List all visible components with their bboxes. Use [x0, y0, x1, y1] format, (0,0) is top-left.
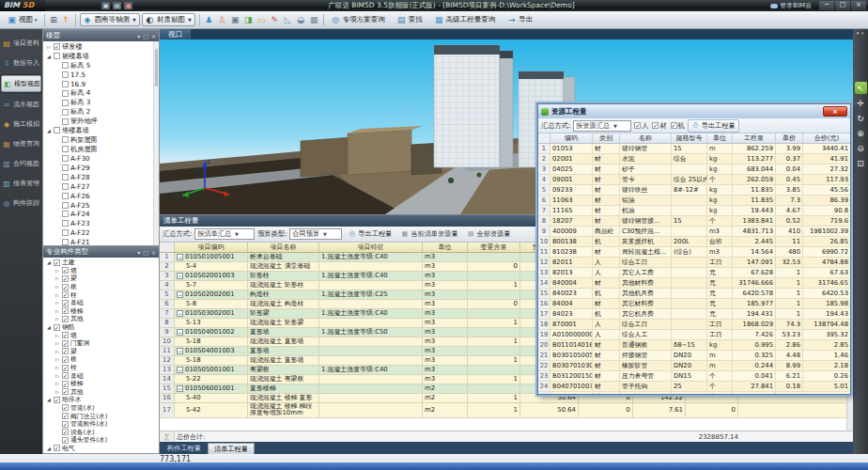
- tree-item[interactable]: 构架屋面: [43, 135, 159, 145]
- tree-item[interactable]: ▷基础: [43, 299, 159, 307]
- collapse-icon[interactable]: −: [177, 348, 183, 354]
- expander-icon[interactable]: ◢: [46, 128, 52, 133]
- expander-icon[interactable]: ▷: [54, 292, 60, 298]
- resource-row[interactable]: 409001材管卡综合 25以内个262.0590.45117.93: [538, 175, 850, 185]
- all-resource-button[interactable]: ▤全部资源量: [464, 228, 514, 240]
- expander-icon[interactable]: ▷: [54, 365, 60, 370]
- resource-row[interactable]: 304025材砂子kg683.0440.0427.32: [538, 164, 850, 175]
- collapse-icon[interactable]: −: [177, 367, 183, 373]
- pan-tool[interactable]: ✛: [855, 97, 867, 109]
- checkbox[interactable]: [54, 259, 60, 266]
- tree-item[interactable]: 机房屋面: [43, 145, 159, 154]
- pin-icon[interactable]: ▾: [857, 30, 860, 36]
- tree-item[interactable]: ▷楼梯: [43, 307, 159, 316]
- collapse-icon[interactable]: −: [177, 310, 183, 317]
- expander-icon[interactable]: ▷: [54, 284, 60, 290]
- tree-item[interactable]: 标高 4: [43, 88, 159, 98]
- tree-item[interactable]: ◢钢筋: [43, 323, 159, 332]
- expander-icon[interactable]: ◢: [46, 324, 52, 330]
- float-icon[interactable]: □: [143, 33, 148, 39]
- checkbox[interactable]: [54, 127, 60, 133]
- zoom-extents-tool[interactable]: ⊡: [855, 157, 867, 169]
- tree-item[interactable]: ▷其他: [43, 315, 159, 323]
- checkbox[interactable]: [62, 62, 69, 69]
- checkbox[interactable]: [54, 324, 60, 331]
- pin-icon[interactable]: ▾: [137, 33, 140, 39]
- tree-item[interactable]: A-F25: [43, 200, 159, 210]
- resource-row[interactable]: 18870001人综合工日工日1868.02974.3138794.48: [538, 320, 850, 330]
- tree-item[interactable]: 16.9: [43, 80, 159, 89]
- expander-icon[interactable]: ▷: [54, 373, 60, 379]
- checkbox[interactable]: [62, 164, 69, 171]
- resource-row[interactable]: 101053材镀锌钢管15m862.2593.993440.41: [538, 144, 850, 154]
- tree-item[interactable]: ▷研发楼: [43, 42, 159, 52]
- rail-item-4[interactable]: ◈施工模拟: [1, 117, 41, 132]
- tree-item[interactable]: ◢塔楼幕墙: [43, 126, 159, 135]
- expander-icon[interactable]: ▷: [54, 300, 60, 306]
- display-icon[interactable]: ▤: [113, 2, 121, 9]
- tree-item[interactable]: 室外地坪: [43, 117, 159, 126]
- tree-item[interactable]: A-F22: [43, 228, 159, 238]
- scrollbar[interactable]: [153, 41, 159, 245]
- checkbox[interactable]: [62, 348, 69, 354]
- checkbox[interactable]: [62, 429, 69, 435]
- expander-icon[interactable]: ▷: [54, 349, 60, 354]
- level-up-icon[interactable]: ↑: [61, 15, 71, 25]
- tree-item[interactable]: ▷梁: [43, 348, 159, 356]
- monitor-icon[interactable]: ▣: [101, 2, 110, 9]
- collapse-icon[interactable]: −: [177, 385, 183, 392]
- minimize-button[interactable]: ─: [819, 1, 834, 10]
- dialog-summary-select[interactable]: 按资源汇总▼: [573, 120, 631, 132]
- tree-item[interactable]: ▷门窗洞: [43, 339, 159, 348]
- tree-item[interactable]: ▷楼梯: [43, 380, 159, 388]
- filter-机[interactable]: 机: [671, 121, 685, 131]
- resource-row[interactable]: 818207材镀锌钢管接...15个1383.8410.52719.6: [538, 216, 850, 227]
- checkbox[interactable]: [62, 229, 69, 236]
- rail-item-2[interactable]: ◧模型视图: [1, 75, 41, 92]
- checkbox[interactable]: [652, 122, 659, 129]
- zoom-in-tool[interactable]: ⊕: [855, 127, 867, 139]
- advanced-quantity-query-button[interactable]: ▦高级工程量查询: [431, 14, 499, 26]
- tab-component-quantity[interactable]: 构件工程量: [162, 443, 207, 454]
- checkbox[interactable]: [62, 267, 69, 274]
- checkbox[interactable]: [62, 155, 69, 162]
- expander-icon[interactable]: ▷: [54, 389, 60, 395]
- checkbox[interactable]: [62, 340, 69, 347]
- expander-icon[interactable]: ◢: [46, 446, 52, 451]
- resource-row[interactable]: 1282011人综合工日工日147.09132.534784.88: [538, 258, 850, 268]
- tree-item[interactable]: A-F28: [43, 172, 159, 181]
- list-row[interactable]: 165-40现浇混凝土 楼梯 直形m2150.640142.22: [160, 394, 853, 403]
- tree-item[interactable]: ▷板: [43, 355, 159, 364]
- select-tool[interactable]: ↖: [855, 82, 867, 94]
- close-icon[interactable]: ×: [151, 33, 156, 39]
- tree-item[interactable]: 通头管件(水): [43, 436, 159, 445]
- float-icon[interactable]: □: [143, 249, 148, 256]
- checkbox[interactable]: [62, 413, 69, 419]
- expander-icon[interactable]: ▷: [46, 44, 52, 50]
- checkbox[interactable]: [62, 356, 69, 363]
- expander-icon[interactable]: ◢: [46, 397, 52, 402]
- expander-icon[interactable]: ▷: [54, 275, 60, 281]
- checkbox[interactable]: [671, 122, 677, 129]
- checkbox[interactable]: [54, 445, 60, 451]
- resource-row[interactable]: 20B011014016材普通钢板δ8~15kg0.9952.862.85: [538, 340, 850, 351]
- expander-icon[interactable]: ▷: [54, 356, 60, 362]
- checkbox[interactable]: [62, 332, 69, 338]
- checkbox[interactable]: [62, 284, 69, 290]
- tree-item[interactable]: A-F21: [43, 238, 159, 245]
- tree-item[interactable]: 标高 5: [43, 61, 159, 70]
- checkbox[interactable]: [62, 388, 69, 395]
- zoom-out-tool[interactable]: ⊖: [855, 142, 867, 154]
- tree-item[interactable]: ▷墙: [43, 267, 159, 275]
- tree-item[interactable]: A-F24: [43, 210, 159, 219]
- tree-item[interactable]: ◢裙楼幕墙: [43, 52, 159, 61]
- login-bim-cloud[interactable]: 登录BIM云: [770, 1, 812, 10]
- tree-item[interactable]: A-F29: [43, 164, 159, 173]
- checkbox[interactable]: [54, 53, 60, 59]
- checkbox[interactable]: [62, 421, 69, 428]
- checkbox[interactable]: [62, 437, 69, 444]
- checkbox[interactable]: [62, 275, 69, 282]
- orbit-tool[interactable]: ↻: [855, 112, 867, 124]
- tree-item[interactable]: ▷墙: [43, 331, 159, 339]
- find-button[interactable]: ▤查找: [394, 14, 426, 26]
